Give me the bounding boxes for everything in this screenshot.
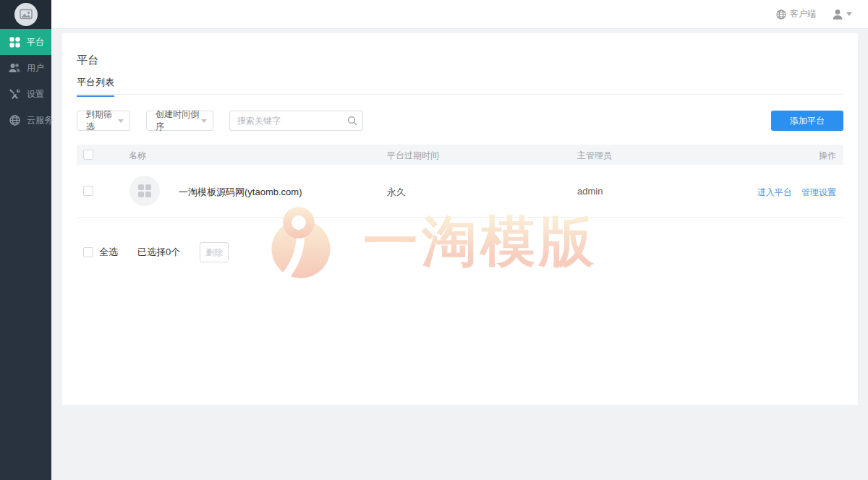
table-row: 一淘模板源码网(ytaomb.com) 永久 admin 进入平台 管理设置 (77, 165, 843, 218)
sidebar-item-label: 云服务 (27, 114, 53, 127)
chevron-down-icon (201, 119, 207, 123)
sidebar-item-cloud[interactable]: 云服务 (0, 107, 51, 133)
cell-actions: 进入平台 管理设置 (750, 187, 836, 199)
chevron-down-icon (846, 12, 852, 16)
platform-avatar (129, 176, 160, 206)
users-icon (9, 62, 20, 74)
header-expire: 平台过期时间 (387, 150, 439, 162)
enter-platform-link[interactable]: 进入平台 (757, 187, 792, 197)
sidebar: 平台 用户 (0, 0, 51, 480)
client-label: 客户端 (790, 8, 816, 20)
select-all-checkbox[interactable] (83, 247, 93, 257)
header-actions: 操作 (819, 150, 836, 162)
header-select-all-checkbox[interactable] (83, 150, 93, 160)
select-all-label: 全选 (99, 246, 118, 259)
sidebar-item-platform[interactable]: 平台 (0, 29, 51, 55)
expire-filter-select[interactable]: 到期筛选 (77, 111, 130, 131)
header-admin: 主管理员 (577, 150, 612, 162)
add-platform-button[interactable]: 添加平台 (771, 111, 843, 131)
sidebar-item-label: 平台 (27, 36, 44, 48)
globe-icon (776, 9, 786, 20)
header-name: 名称 (129, 150, 146, 162)
user-icon (832, 9, 843, 20)
selection-bar: 全选 已选择0个 删除 (83, 242, 229, 262)
search-input[interactable] (229, 111, 363, 131)
sidebar-item-settings[interactable]: 设置 (0, 81, 51, 107)
user-menu[interactable] (832, 9, 852, 20)
table-header: 名称 平台过期时间 主管理员 操作 (77, 145, 843, 165)
client-link[interactable]: 客户端 (776, 8, 816, 20)
tools-icon (9, 88, 20, 100)
sidebar-nav: 平台 用户 (0, 29, 51, 133)
app-logo-avatar (14, 3, 38, 26)
cell-expire-time: 永久 (387, 186, 406, 199)
cell-platform-name: 一淘模板源码网(ytaomb.com) (179, 186, 302, 199)
content-area: 平台 平台列表 到期筛选 创建时间倒序 (51, 29, 868, 480)
chevron-down-icon (118, 119, 124, 123)
grid-avatar-icon (137, 184, 152, 198)
tab-platform-list[interactable]: 平台列表 (77, 76, 114, 97)
sort-filter-label: 创建时间倒序 (156, 108, 201, 133)
screen: 平台 用户 (0, 0, 868, 480)
manage-settings-link[interactable]: 管理设置 (801, 187, 836, 197)
search-box (229, 111, 363, 131)
sidebar-item-label: 用户 (27, 62, 44, 74)
tabs: 平台列表 (77, 75, 843, 95)
page-title: 平台 (77, 53, 98, 67)
image-placeholder-icon (20, 8, 33, 21)
sort-filter-select[interactable]: 创建时间倒序 (146, 111, 213, 131)
topbar: 客户端 (51, 0, 868, 29)
sidebar-logo[interactable] (0, 0, 51, 29)
expire-filter-label: 到期筛选 (86, 108, 118, 133)
selected-count: 已选择0个 (137, 246, 180, 259)
globe-icon (9, 114, 20, 126)
row-checkbox[interactable] (83, 186, 93, 196)
grid-icon (9, 36, 20, 48)
sidebar-item-label: 设置 (27, 88, 44, 100)
delete-button[interactable]: 删除 (200, 242, 229, 262)
toolbar: 到期筛选 创建时间倒序 添加平台 (77, 111, 843, 131)
watermark-text: 一淘模版 (363, 214, 597, 269)
search-icon[interactable] (347, 116, 357, 126)
platform-card: 平台 平台列表 到期筛选 创建时间倒序 (62, 33, 858, 405)
cell-admin: admin (577, 186, 603, 197)
sidebar-item-users[interactable]: 用户 (0, 55, 51, 81)
